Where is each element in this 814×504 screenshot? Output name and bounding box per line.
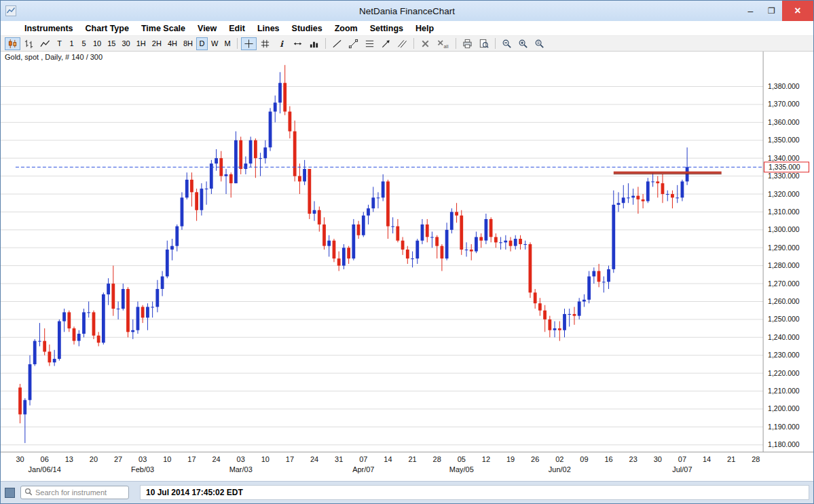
- toolbar-separator: [237, 38, 238, 49]
- crosshair-tool-icon[interactable]: [241, 37, 257, 50]
- window-controls: – ❐ ×: [740, 1, 813, 21]
- minimize-button[interactable]: –: [740, 1, 761, 21]
- svg-text:13: 13: [65, 455, 73, 463]
- statusbar: 10 Jul 2014 17:45:02 EDT: [1, 481, 813, 503]
- zoom-out-button-icon[interactable]: [499, 37, 515, 50]
- status-timestamp: 10 Jul 2014 17:45:02 EDT: [146, 488, 243, 497]
- svg-text:19: 19: [506, 455, 515, 463]
- chart-type-candlestick-icon[interactable]: [5, 37, 20, 50]
- svg-text:May/05: May/05: [449, 465, 474, 473]
- svg-text:03: 03: [237, 455, 245, 463]
- svg-text:1,340.000: 1,340.000: [768, 155, 800, 162]
- print-button-icon[interactable]: [460, 37, 475, 50]
- svg-text:02: 02: [555, 455, 563, 463]
- info-tool-icon[interactable]: i: [274, 37, 289, 50]
- trend-line-tool-icon[interactable]: [329, 37, 345, 50]
- svg-text:28: 28: [752, 455, 760, 463]
- zoom-reset-button-icon[interactable]: [532, 37, 547, 50]
- volume-toggle-icon[interactable]: [306, 37, 322, 50]
- toolbar-separator: [495, 38, 496, 49]
- search-box[interactable]: [20, 486, 129, 499]
- timeframe-30[interactable]: 30: [119, 37, 133, 50]
- svg-text:Jan/06/14: Jan/06/14: [29, 465, 61, 473]
- svg-text:14: 14: [384, 455, 392, 463]
- expand-horizontal-tool-icon[interactable]: [290, 37, 306, 50]
- menu-time-scale[interactable]: Time Scale: [135, 24, 191, 33]
- svg-text:03: 03: [138, 455, 147, 463]
- toolbar-separator: [456, 38, 456, 49]
- fib-retracement-tool-icon[interactable]: [362, 37, 377, 50]
- menu-edit[interactable]: Edit: [223, 24, 251, 33]
- svg-text:i: i: [280, 39, 284, 48]
- x-axis: 3006132027031017240310172431071421280512…: [1, 452, 813, 473]
- trend-line-drawing[interactable]: [614, 172, 722, 174]
- delete-drawing-button-icon[interactable]: [418, 37, 433, 50]
- svg-text:07: 07: [359, 455, 367, 463]
- menu-view[interactable]: View: [191, 24, 223, 33]
- search-input[interactable]: [35, 488, 125, 497]
- y-axis: 1,380.0001,370.0001,360.0001,350.0001,34…: [1, 52, 800, 452]
- svg-text:1,260.000: 1,260.000: [768, 298, 800, 305]
- svg-text:27: 27: [114, 455, 122, 463]
- timeframe-monthly[interactable]: M: [221, 37, 233, 50]
- chart-type-line-icon[interactable]: [37, 37, 53, 50]
- svg-text:1,220.000: 1,220.000: [768, 370, 800, 377]
- menu-help[interactable]: Help: [409, 24, 440, 33]
- svg-text:1,330.000: 1,330.000: [768, 172, 800, 180]
- svg-text:10: 10: [163, 455, 171, 463]
- svg-text:30: 30: [654, 455, 662, 463]
- svg-text:24: 24: [212, 455, 220, 463]
- arrow-line-tool-icon[interactable]: [378, 37, 394, 50]
- timeframe-8h[interactable]: 8H: [181, 37, 196, 50]
- svg-text:1,350.000: 1,350.000: [768, 136, 800, 144]
- menu-instruments[interactable]: Instruments: [18, 24, 79, 33]
- svg-text:1,210.000: 1,210.000: [768, 387, 800, 395]
- toolbar-separator: [325, 38, 326, 49]
- svg-text:1,240.000: 1,240.000: [768, 334, 800, 341]
- current-price-tag: 1,335.000: [764, 162, 809, 172]
- svg-text:17: 17: [187, 455, 196, 463]
- close-button[interactable]: ×: [782, 1, 813, 21]
- menu-lines[interactable]: Lines: [251, 24, 286, 33]
- svg-text:21: 21: [727, 455, 735, 463]
- grid-toggle-icon[interactable]: [257, 37, 273, 50]
- svg-text:21: 21: [408, 455, 416, 463]
- timeframe-15[interactable]: 15: [105, 37, 118, 50]
- menu-zoom[interactable]: Zoom: [329, 24, 364, 33]
- zoom-in-button-icon[interactable]: [515, 37, 531, 50]
- chart-type-bars-icon[interactable]: [21, 37, 37, 50]
- toolbar-separator: [413, 38, 414, 49]
- timeframe-4h[interactable]: 4H: [165, 37, 180, 50]
- window-title: NetDania FinanceChart: [1, 6, 813, 16]
- svg-text:26: 26: [531, 455, 539, 463]
- svg-text:17: 17: [286, 455, 294, 463]
- app-window: NetDania FinanceChart – ❐ × InstrumentsC…: [0, 0, 814, 504]
- svg-text:1,335.000: 1,335.000: [769, 163, 800, 171]
- svg-text:05: 05: [458, 455, 466, 463]
- menu-chart-type[interactable]: Chart Type: [79, 24, 135, 33]
- timeframe-5[interactable]: 5: [78, 37, 90, 50]
- svg-text:1,290.000: 1,290.000: [768, 244, 800, 252]
- timeframe-daily[interactable]: D: [196, 37, 208, 50]
- delete-all-drawings-button-icon[interactable]: all: [434, 37, 452, 50]
- svg-text:20: 20: [90, 455, 98, 463]
- timeframe-1[interactable]: 1: [66, 37, 77, 50]
- menu-settings[interactable]: Settings: [364, 24, 409, 33]
- timeframe-tick[interactable]: T: [54, 37, 65, 50]
- svg-text:1,270.000: 1,270.000: [768, 280, 800, 288]
- chart-svg[interactable]: 1,380.0001,370.0001,360.0001,350.0001,34…: [1, 52, 813, 481]
- timeframe-2h[interactable]: 2H: [149, 37, 164, 50]
- maximize-button[interactable]: ❐: [761, 1, 782, 21]
- parallel-lines-tool-icon[interactable]: [394, 37, 410, 50]
- svg-text:28: 28: [433, 455, 441, 463]
- toolbar: T151015301H2H4H8HDWMiall: [1, 36, 813, 52]
- menu-studies[interactable]: Studies: [286, 24, 329, 33]
- svg-text:1,180.000: 1,180.000: [768, 441, 800, 448]
- trend-line-points-tool-icon[interactable]: [346, 37, 361, 50]
- timeframe-10[interactable]: 10: [90, 37, 104, 50]
- timeframe-weekly[interactable]: W: [208, 37, 221, 50]
- timeframe-1h[interactable]: 1H: [134, 37, 149, 50]
- svg-text:16: 16: [604, 455, 612, 463]
- svg-text:1,250.000: 1,250.000: [768, 315, 800, 323]
- print-preview-button-icon[interactable]: [476, 37, 492, 50]
